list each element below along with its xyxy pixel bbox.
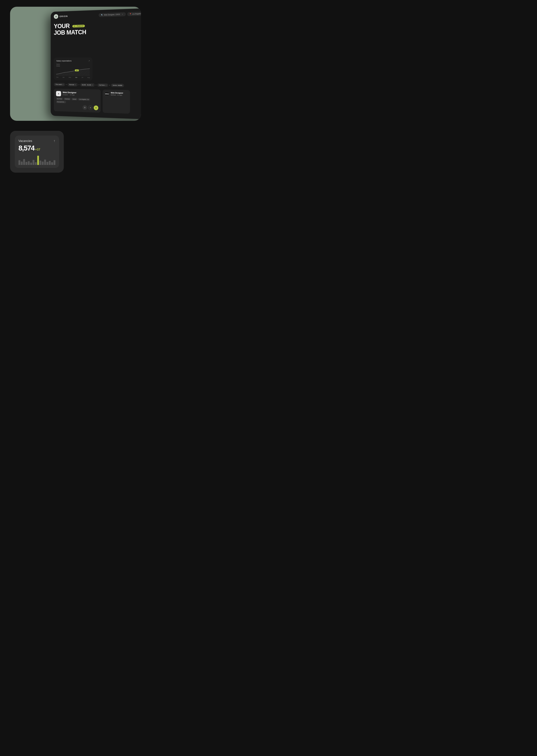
salary-months: Mar Apr May Jun Jul Aug bbox=[57, 76, 90, 78]
jobs-list: a Web Designer Amazon · 6 h ago $127k/yr… bbox=[51, 87, 141, 116]
filter-separator-3 bbox=[96, 85, 96, 85]
middle-label: Middle bbox=[57, 65, 90, 67]
bar-0 bbox=[19, 160, 20, 165]
filter-action-btn[interactable]: ⚙ bbox=[83, 105, 87, 110]
job-card-bereal-header: BeReal Web Designer BeReal · 2 d ago bbox=[105, 92, 128, 97]
filter-seniority[interactable]: Senior, Middle bbox=[111, 84, 124, 87]
salary-card-title: Salary expectations bbox=[57, 60, 72, 62]
month-jul: Jul bbox=[82, 77, 83, 78]
filter-remote[interactable]: Remote ▼ bbox=[68, 83, 78, 87]
filter-fulltime-chevron: ▼ bbox=[105, 85, 106, 86]
month-aug: Aug bbox=[87, 77, 90, 78]
bar-14 bbox=[51, 162, 53, 165]
filter-salary-label: $100k - $130k bbox=[82, 84, 91, 86]
search-icon: 🔍 bbox=[101, 14, 103, 16]
search-bar-area: 🔍 Web Designer, UX/UI ▼ 📍 Los Angeles bbox=[99, 12, 141, 17]
tag-salary: $127k/yr bbox=[56, 98, 63, 100]
location-pin-icon: 📍 bbox=[129, 13, 131, 15]
bereal-logo: BeReal bbox=[105, 92, 109, 96]
filter-separator-4 bbox=[109, 85, 110, 86]
job-card-amazon-header: a Web Designer Amazon · 6 h ago bbox=[56, 91, 98, 97]
job-card-amazon[interactable]: a Web Designer Amazon · 6 h ago $127k/yr… bbox=[54, 89, 101, 113]
logo-area: ◎ ORION bbox=[54, 14, 68, 19]
filter-remote-label: Remote bbox=[69, 84, 74, 86]
filter-this-week-chevron: ▼ bbox=[62, 84, 63, 85]
tablet-device: ◎ ORION 🔍 Web Designer, UX/UI ▼ 📍 Los An… bbox=[51, 8, 141, 119]
bar-7 bbox=[35, 162, 37, 165]
location-chip[interactable]: 📍 Los Angeles bbox=[127, 12, 141, 16]
bereal-logo-text: BeReal bbox=[105, 93, 108, 94]
vacancies-bar-chart bbox=[19, 155, 55, 165]
bar-5 bbox=[30, 163, 32, 165]
filter-this-week[interactable]: This week ▼ bbox=[54, 83, 65, 86]
hero-title: YOUR AI - Powered JOB MATCH bbox=[54, 20, 141, 36]
hero-line1: YOUR bbox=[54, 22, 70, 30]
search-value: Web Designer, UX/UI bbox=[104, 14, 120, 16]
filter-salary-chevron: ▼ bbox=[92, 84, 93, 86]
widget-header: Vacancies ↗ bbox=[19, 139, 55, 143]
amazon-logo: a bbox=[56, 91, 61, 96]
search-input[interactable]: 🔍 Web Designer, UX/UI ▼ bbox=[99, 12, 126, 17]
filter-separator-1 bbox=[66, 84, 66, 85]
tablet-background: ◎ ORION 🔍 Web Designer, UX/UI ▼ 📍 Los An… bbox=[10, 7, 141, 121]
month-apr: Apr bbox=[62, 76, 64, 78]
month-jun: Jun bbox=[75, 77, 77, 78]
job-card-bereal[interactable]: BeReal Web Designer BeReal · 2 d ago bbox=[103, 90, 130, 114]
bar-13 bbox=[49, 161, 51, 165]
tag-type: Full-time bbox=[64, 98, 71, 100]
ai-powered-badge: AI - Powered bbox=[72, 25, 85, 28]
app-logo-icon: ◎ bbox=[54, 14, 58, 19]
hero-section: YOUR AI - Powered JOB MATCH bbox=[51, 18, 141, 57]
search-chevron: ▼ bbox=[122, 14, 123, 15]
amazon-job-info: Web Designer Amazon · 6 h ago bbox=[62, 91, 98, 96]
bar-9 bbox=[39, 161, 41, 165]
bar-8 bbox=[37, 156, 39, 165]
widget-count-area: 8,574 +37 bbox=[19, 144, 55, 152]
location-text: Los Angeles bbox=[132, 13, 141, 15]
salary-expand-icon[interactable]: ↗ bbox=[88, 60, 90, 62]
filter-salary[interactable]: $100k - $130k ▼ bbox=[80, 83, 95, 87]
vacancies-count: 8,574 bbox=[19, 144, 34, 152]
job-card-actions: ⚙ ✕ ♥ bbox=[56, 104, 98, 110]
filter-this-week-label: This week bbox=[55, 84, 62, 85]
widget-inner: Vacancies ↗ 8,574 +37 bbox=[15, 136, 59, 168]
month-mar: Mar bbox=[57, 76, 59, 78]
bereal-job-title: Web Designer bbox=[111, 92, 128, 94]
salary-labels: Senior Middle bbox=[57, 63, 90, 67]
filter-fulltime-label: Full time bbox=[99, 84, 105, 86]
salary-card-header: Salary expectations ↗ bbox=[57, 60, 90, 62]
amazon-job-tags: $127k/yr Full-time Senior Los Angeles, C… bbox=[56, 98, 98, 104]
filter-separator-2 bbox=[79, 84, 79, 85]
bar-1 bbox=[21, 162, 23, 165]
amazon-company: Amazon · 6 h ago bbox=[62, 94, 98, 97]
app-name: ORION bbox=[60, 15, 68, 18]
tag-remote: Remote/Гиб... bbox=[56, 100, 66, 103]
bar-12 bbox=[47, 162, 48, 165]
month-may: May bbox=[69, 76, 71, 78]
filter-remote-chevron: ▼ bbox=[75, 84, 76, 85]
widget-expand-icon[interactable]: ↗ bbox=[52, 139, 56, 143]
salary-chart: 48% bbox=[57, 68, 90, 76]
bereal-job-info: Web Designer BeReal · 2 d ago bbox=[111, 92, 128, 96]
vacancies-widget: Vacancies ↗ 8,574 +37 bbox=[10, 131, 64, 173]
bar-10 bbox=[42, 162, 44, 165]
senior-label: Senior bbox=[57, 63, 90, 65]
widget-wrapper: Vacancies ↗ 8,574 +37 bbox=[10, 131, 81, 173]
bar-4 bbox=[28, 161, 30, 165]
vacancies-delta: +37 bbox=[35, 148, 40, 151]
widget-title: Vacancies bbox=[19, 139, 32, 143]
salary-card: Salary expectations ↗ Senior Middle bbox=[54, 58, 93, 81]
bar-3 bbox=[25, 162, 27, 165]
like-action-btn[interactable]: ♥ bbox=[94, 105, 98, 110]
tag-location: Los Angeles, CA bbox=[78, 98, 90, 101]
tag-level: Senior bbox=[71, 98, 77, 100]
bar-2 bbox=[23, 159, 25, 165]
filter-seniority-label: Senior, Middle bbox=[113, 84, 122, 86]
bar-11 bbox=[44, 160, 46, 165]
filter-fulltime[interactable]: Full time ▼ bbox=[97, 83, 108, 87]
bar-15 bbox=[54, 160, 55, 165]
svg-text:48%: 48% bbox=[76, 70, 78, 71]
bereal-company: BeReal · 2 d ago bbox=[111, 94, 128, 96]
close-action-btn[interactable]: ✕ bbox=[88, 105, 93, 110]
bar-6 bbox=[32, 160, 34, 165]
